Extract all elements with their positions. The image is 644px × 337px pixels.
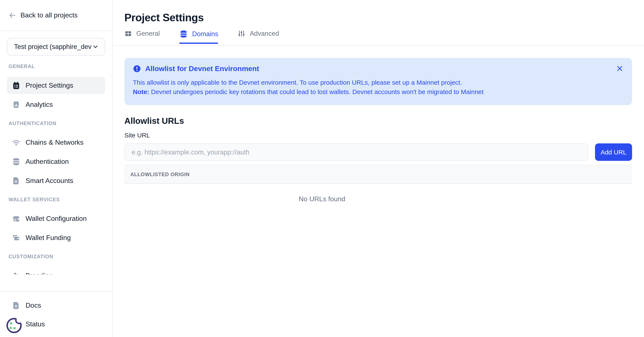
- project-selector-value: Test project (sapphire_devnet): [14, 43, 92, 51]
- tab-advanced[interactable]: Advanced: [238, 30, 279, 42]
- sidebar-nav: GENERALProject SettingsAnalyticsAUTHENTI…: [0, 56, 112, 275]
- wallet-gear-icon: [12, 214, 20, 223]
- app-root: Back to all projects Test project (sapph…: [0, 0, 644, 337]
- sidebar-item-wallet-configuration[interactable]: Wallet Configuration: [7, 210, 105, 227]
- devnet-allowlist-banner: Allowlist for Devnet Environment This al…: [124, 58, 632, 105]
- banner-note-label: Note:: [133, 88, 149, 95]
- chevron-down-icon: [92, 43, 99, 50]
- sidebar-item-chains-and-networks[interactable]: Chains & Networks: [7, 134, 105, 151]
- analytics-icon: [12, 100, 20, 109]
- sidebar-item-authentication[interactable]: Authentication: [7, 153, 105, 170]
- tab-bar: GeneralDomainsAdvanced: [112, 30, 644, 45]
- sliders-icon: [238, 30, 246, 37]
- database-icon: [179, 30, 188, 38]
- url-input-row: Add URL: [124, 143, 632, 161]
- banner-note-text: Devnet undergoes periodic key rotations …: [149, 88, 484, 95]
- allowlist-heading: Allowlist URLs: [124, 116, 632, 126]
- wallet-card-icon: [12, 234, 20, 242]
- allowlist-table-header: ALLOWLISTED ORIGIN: [124, 165, 632, 184]
- grid-icon: [124, 30, 132, 37]
- sidebar-item-project-settings[interactable]: Project Settings: [7, 77, 105, 94]
- add-url-button[interactable]: Add URL: [595, 143, 632, 161]
- site-url-label: Site URL: [124, 131, 632, 139]
- cookie-icon: [4, 316, 24, 336]
- section-label-authentication: AUTHENTICATION: [8, 120, 104, 127]
- banner-line1: This allowlist is only applicable to the…: [133, 78, 624, 87]
- file-icon: [12, 301, 20, 310]
- project-selector[interactable]: Test project (sapphire_devnet): [7, 38, 105, 56]
- sidebar-item-analytics[interactable]: Analytics: [7, 96, 105, 113]
- sidebar-item-smart-accounts[interactable]: Smart Accounts: [7, 172, 105, 189]
- main-content: Project Settings GeneralDomainsAdvanced …: [112, 0, 644, 337]
- file-icon: [12, 177, 20, 185]
- section-label-customization: CUSTOMIZATION: [8, 254, 104, 260]
- sidebar-header: Back to all projects: [0, 0, 112, 31]
- banner-title: Allowlist for Devnet Environment: [145, 64, 259, 73]
- alert-circle-icon: [133, 65, 141, 73]
- wifi-icon: [12, 138, 20, 147]
- cookie-consent-button[interactable]: [4, 316, 24, 336]
- site-url-input[interactable]: [124, 143, 588, 161]
- sidebar-item-docs[interactable]: Docs: [7, 297, 105, 314]
- database-icon: [12, 157, 20, 166]
- page-title: Project Settings: [124, 11, 632, 24]
- back-link-label: Back to all projects: [20, 11, 78, 19]
- sidebar-item-branding[interactable]: Branding: [7, 267, 105, 275]
- clipboard-icon: [12, 81, 20, 90]
- close-icon: [616, 65, 624, 74]
- back-to-projects-link[interactable]: Back to all projects: [8, 11, 78, 19]
- arrow-left-icon: [8, 11, 16, 19]
- sidebar: Back to all projects Test project (sapph…: [0, 0, 112, 337]
- banner-line2: Note: Devnet undergoes periodic key rota…: [133, 87, 624, 96]
- sidebar-item-wallet-funding[interactable]: Wallet Funding: [7, 229, 105, 246]
- section-label-general: GENERAL: [8, 63, 104, 70]
- tab-domains[interactable]: Domains: [179, 30, 218, 43]
- empty-state-text: No URLs found: [56, 195, 588, 203]
- banner-close-button[interactable]: [615, 64, 624, 74]
- tab-general[interactable]: General: [124, 30, 160, 42]
- brush-icon: [12, 272, 20, 275]
- allowlisted-origin-column-header: ALLOWLISTED ORIGIN: [130, 171, 190, 177]
